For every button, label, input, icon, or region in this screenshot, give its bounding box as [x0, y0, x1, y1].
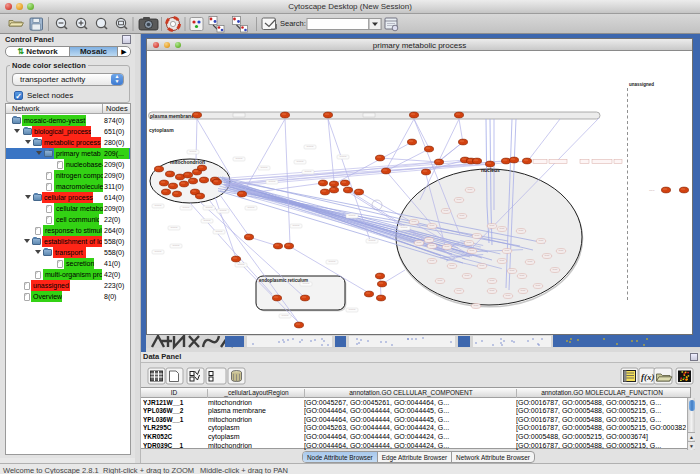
svg-text:~~~: ~~~	[500, 227, 505, 231]
svg-text:~~~: ~~~	[490, 279, 495, 283]
svg-text:~~~: ~~~	[521, 289, 526, 293]
svg-text:~~~~: ~~~~	[172, 244, 179, 248]
svg-text:~~~: ~~~	[536, 284, 541, 288]
svg-text:~~~: ~~~	[505, 249, 510, 253]
svg-text:f(x): f(x)	[641, 372, 655, 382]
svg-text:~~~~: ~~~~	[400, 226, 407, 230]
svg-text:~~~: ~~~	[427, 238, 432, 242]
svg-text:~~~~: ~~~~	[205, 206, 212, 210]
svg-text:~~~~: ~~~~	[170, 226, 177, 230]
svg-text:~~~: ~~~	[465, 274, 470, 278]
svg-text:unassigned: unassigned	[629, 82, 654, 87]
svg-text:~~~: ~~~	[528, 260, 533, 264]
svg-text:~~~~: ~~~~	[219, 209, 226, 213]
svg-text:Search:: Search:	[280, 19, 306, 28]
svg-text:~~~~: ~~~~	[281, 314, 288, 318]
svg-text:~~~~: ~~~~	[304, 170, 311, 174]
svg-text:nucleus: nucleus	[481, 167, 500, 173]
svg-text:~~~: ~~~	[500, 259, 505, 263]
svg-text:~~~~: ~~~~	[154, 250, 161, 254]
svg-text:~~~: ~~~	[430, 224, 435, 228]
svg-text:mitochondrion: mitochondrion	[170, 159, 205, 165]
svg-text:~~~: ~~~	[444, 209, 449, 213]
svg-text:~~~~: ~~~~	[182, 206, 189, 210]
svg-text:~~~: ~~~	[457, 198, 462, 202]
svg-text:~~~: ~~~	[474, 304, 479, 308]
svg-text:~~~~: ~~~~	[154, 204, 161, 208]
svg-text:~~~: ~~~	[490, 224, 495, 228]
svg-text:~~~~: ~~~~	[203, 219, 210, 223]
svg-text:~~~~: ~~~~	[292, 224, 299, 228]
svg-text:~~~: ~~~	[559, 249, 564, 253]
svg-text:~~~: ~~~	[519, 229, 524, 233]
svg-text:~~~: ~~~	[490, 289, 495, 293]
svg-text:~~~~: ~~~~	[348, 214, 355, 218]
svg-text:~~~: ~~~	[475, 234, 480, 238]
svg-text:~~~~: ~~~~	[215, 230, 222, 234]
svg-text:~~~~: ~~~~	[328, 260, 335, 264]
svg-text:~~~: ~~~	[438, 279, 443, 283]
svg-text:~~~~: ~~~~	[189, 150, 196, 154]
svg-text:~~~: ~~~	[649, 189, 655, 193]
svg-text:~~~~: ~~~~	[339, 155, 346, 159]
svg-text:~~~: ~~~	[506, 294, 511, 298]
svg-text:~~~: ~~~	[430, 259, 435, 263]
svg-text:~~~: ~~~	[445, 245, 450, 249]
svg-text:~~~~: ~~~~	[268, 180, 275, 184]
svg-text:~~~: ~~~	[417, 241, 422, 245]
svg-text:~~~~: ~~~~	[296, 160, 303, 164]
svg-text:~~~: ~~~	[460, 214, 465, 218]
svg-text:~~~~: ~~~~	[302, 282, 309, 286]
svg-text:~~~~: ~~~~	[237, 263, 244, 267]
svg-text:~~~~: ~~~~	[306, 145, 313, 149]
svg-text:~~~~: ~~~~	[368, 239, 375, 243]
svg-text:~~~: ~~~	[468, 188, 473, 192]
svg-text:~~~: ~~~	[430, 244, 435, 248]
svg-text:~~~: ~~~	[412, 220, 417, 224]
svg-text:plasma membrane: plasma membrane	[150, 113, 194, 119]
svg-text:~~~~: ~~~~	[247, 206, 254, 210]
svg-text:~~~: ~~~	[553, 268, 558, 272]
svg-text:~~~~: ~~~~	[260, 166, 267, 170]
svg-text:~~~: ~~~	[470, 249, 475, 253]
svg-text:~~~: ~~~	[520, 274, 525, 278]
svg-text:cytoplasm: cytoplasm	[149, 127, 174, 133]
svg-text:~~~: ~~~	[457, 289, 462, 293]
svg-text:~~~~: ~~~~	[348, 308, 355, 312]
svg-text:~~~: ~~~	[510, 269, 515, 273]
svg-text:~~~~: ~~~~	[235, 157, 242, 161]
svg-text:~~~: ~~~	[450, 264, 455, 268]
svg-text:~~~: ~~~	[539, 239, 544, 243]
svg-text:~~~: ~~~	[545, 254, 550, 258]
svg-text:~~~: ~~~	[467, 241, 472, 245]
svg-text:~~~: ~~~	[480, 264, 485, 268]
